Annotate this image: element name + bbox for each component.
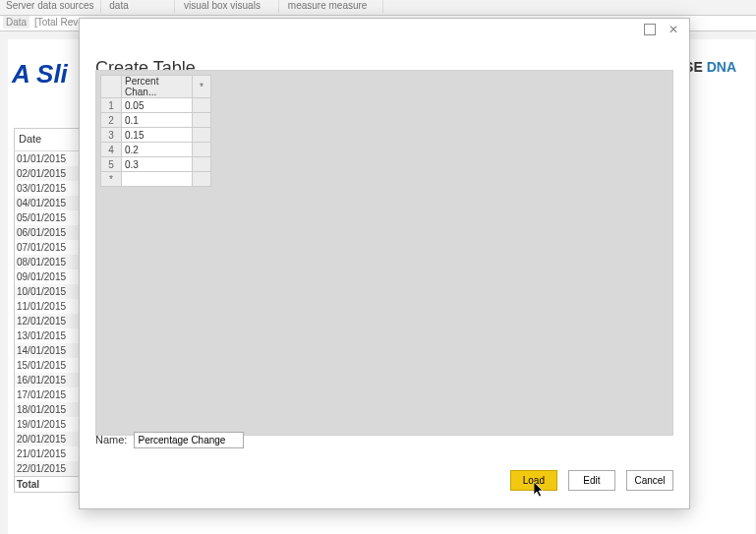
cell-value[interactable]: 0.15: [122, 128, 193, 143]
cell-value[interactable]: 0.05: [122, 98, 193, 113]
cell-extra: [193, 172, 211, 187]
new-row-marker: *: [101, 172, 122, 187]
row-number: 5: [101, 157, 122, 172]
table-name-input[interactable]: [134, 432, 244, 448]
list-item[interactable]: 13/01/2015: [15, 328, 80, 343]
cell-value[interactable]: [122, 172, 193, 187]
list-item[interactable]: 06/01/2015: [15, 225, 80, 240]
table-row[interactable]: 50.3: [101, 157, 211, 172]
row-number: 4: [101, 143, 122, 157]
list-item[interactable]: 17/01/2015: [15, 387, 80, 402]
date-table[interactable]: Date 01/01/201502/01/201503/01/201504/01…: [14, 128, 81, 493]
cancel-button[interactable]: Cancel: [626, 470, 673, 491]
list-item[interactable]: 05/01/2015: [15, 210, 80, 225]
edit-button[interactable]: Edit: [568, 470, 615, 491]
list-item[interactable]: 16/01/2015: [15, 373, 80, 387]
cell-extra: [193, 98, 211, 113]
create-table-dialog: ✕ Create Table Percent Chan... * 10.0520…: [79, 18, 690, 509]
row-number: 2: [101, 113, 122, 128]
list-item[interactable]: 04/01/2015: [15, 196, 80, 210]
load-button[interactable]: Load: [510, 470, 557, 491]
list-item[interactable]: 07/01/2015: [15, 240, 80, 255]
date-header[interactable]: Date: [15, 129, 80, 151]
cell-extra: [193, 143, 211, 157]
grid-corner: [101, 76, 122, 98]
table-row[interactable]: 10.05: [101, 98, 211, 113]
table-row[interactable]: 30.15: [101, 128, 211, 143]
list-item[interactable]: 18/01/2015: [15, 402, 80, 417]
list-item[interactable]: 19/01/2015: [15, 417, 80, 432]
row-number: 3: [101, 128, 122, 143]
ribbon-group-visuals[interactable]: visual box visuals: [178, 0, 279, 13]
list-item[interactable]: 14/01/2015: [15, 343, 80, 358]
list-item[interactable]: 02/01/2015: [15, 166, 80, 181]
table-row[interactable]: 20.1: [101, 113, 211, 128]
list-item[interactable]: 03/01/2015: [15, 181, 80, 196]
cell-extra: [193, 157, 211, 172]
list-item[interactable]: 01/01/2015: [15, 151, 80, 166]
ribbon-group-measures[interactable]: measure measure: [282, 0, 383, 13]
date-total: Total: [15, 476, 80, 492]
add-column-button[interactable]: *: [193, 76, 211, 98]
table-row[interactable]: 40.2: [101, 143, 211, 157]
list-item[interactable]: 12/01/2015: [15, 314, 80, 328]
list-item[interactable]: 08/01/2015: [15, 255, 80, 269]
cell-value[interactable]: 0.3: [122, 157, 193, 172]
list-item[interactable]: 10/01/2015: [15, 284, 80, 299]
row-number: 1: [101, 98, 122, 113]
list-item[interactable]: 09/01/2015: [15, 269, 80, 284]
column-header[interactable]: Percent Chan...: [122, 76, 193, 98]
title-left: A Sli: [12, 59, 68, 89]
cell-value[interactable]: 0.2: [122, 143, 193, 157]
cell-extra: [193, 128, 211, 143]
new-row[interactable]: *: [101, 172, 211, 187]
cell-value[interactable]: 0.1: [122, 113, 193, 128]
list-item[interactable]: 22/01/2015: [15, 461, 80, 476]
close-button[interactable]: ✕: [668, 24, 679, 35]
cell-extra: [193, 113, 211, 128]
list-item[interactable]: 15/01/2015: [15, 358, 80, 373]
list-item[interactable]: 11/01/2015: [15, 299, 80, 314]
list-item[interactable]: 21/01/2015: [15, 446, 80, 461]
list-item[interactable]: 20/01/2015: [15, 432, 80, 446]
ribbon: Server data sources data visual box visu…: [0, 0, 756, 15]
ribbon-group-data[interactable]: data: [103, 0, 175, 13]
maximize-button[interactable]: [644, 24, 656, 35]
data-grid[interactable]: Percent Chan... * 10.0520.130.1540.250.3…: [95, 70, 673, 436]
ribbon-group-data-sources[interactable]: Server data sources: [0, 0, 101, 13]
name-label: Name:: [95, 434, 127, 445]
formula-label: Data: [3, 16, 29, 29]
